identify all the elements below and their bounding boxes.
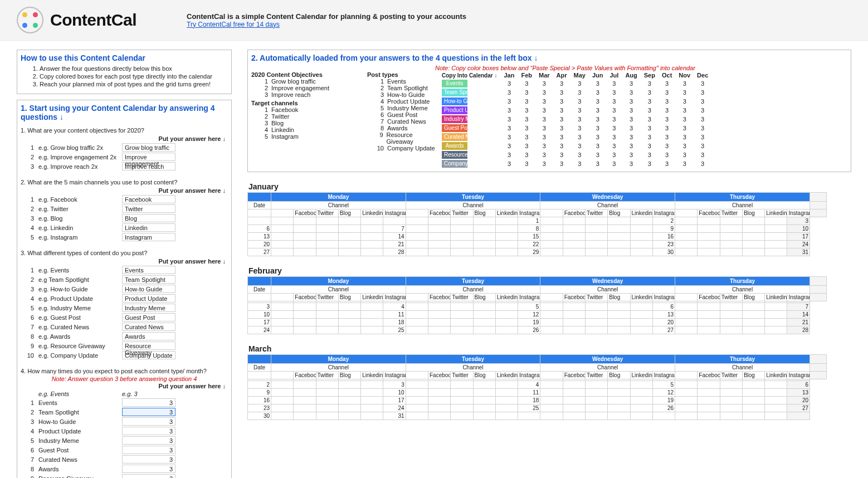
overview-cell[interactable]: 3 xyxy=(589,115,607,124)
calendar-cell[interactable] xyxy=(675,389,698,397)
overview-cell[interactable]: 3 xyxy=(518,115,535,124)
calendar-cell[interactable] xyxy=(540,303,563,311)
overview-cell[interactable]: 3 xyxy=(500,106,518,115)
overview-cell[interactable]: 3 xyxy=(641,133,659,142)
calendar-cell[interactable] xyxy=(698,319,720,326)
overview-cell[interactable]: 3 xyxy=(675,115,694,124)
calendar-cell[interactable] xyxy=(451,397,473,404)
overview-cell[interactable]: 3 xyxy=(570,115,589,124)
overview-cell[interactable]: 3 xyxy=(641,159,659,168)
date-cell[interactable]: 17 xyxy=(248,319,271,326)
calendar-cell[interactable] xyxy=(675,241,698,248)
calendar-cell[interactable] xyxy=(451,311,473,319)
overview-cell[interactable]: 3 xyxy=(500,79,518,88)
calendar-cell[interactable] xyxy=(630,389,652,397)
calendar-cell[interactable] xyxy=(720,225,742,233)
answer-input[interactable]: Improve reach xyxy=(122,162,175,170)
overview-cell[interactable]: 3 xyxy=(659,124,675,133)
overview-cell[interactable]: 3 xyxy=(570,124,589,133)
calendar-cell[interactable] xyxy=(563,217,585,225)
date-cell[interactable]: 19 xyxy=(652,397,675,404)
date-cell[interactable]: 18 xyxy=(383,319,406,326)
calendar-cell[interactable] xyxy=(765,311,787,319)
calendar-cell[interactable] xyxy=(630,311,652,319)
overview-cell[interactable]: 3 xyxy=(641,150,659,159)
calendar-cell[interactable] xyxy=(720,397,742,404)
date-cell[interactable]: 11 xyxy=(518,389,540,397)
overview-cell[interactable]: 3 xyxy=(659,159,675,168)
calendar-cell[interactable] xyxy=(675,217,698,225)
calendar-cell[interactable] xyxy=(608,397,630,404)
overview-cell[interactable]: 3 xyxy=(694,106,711,115)
answer-input[interactable]: Awards xyxy=(122,332,175,340)
date-cell[interactable]: 23 xyxy=(652,241,675,248)
answer-input[interactable]: 3 xyxy=(122,408,175,416)
date-cell[interactable]: 3 xyxy=(383,381,406,389)
calendar-cell[interactable] xyxy=(675,412,698,420)
answer-input[interactable]: 3 xyxy=(122,465,175,473)
calendar-cell[interactable] xyxy=(495,389,518,397)
calendar-cell[interactable] xyxy=(428,326,450,334)
date-cell[interactable] xyxy=(518,412,540,420)
date-cell[interactable]: 26 xyxy=(518,326,540,334)
calendar-cell[interactable] xyxy=(271,412,294,420)
overview-cell[interactable]: 3 xyxy=(535,88,553,97)
calendar-cell[interactable] xyxy=(630,217,652,225)
calendar-cell[interactable] xyxy=(451,303,473,311)
calendar-cell[interactable] xyxy=(765,381,787,389)
calendar-cell[interactable] xyxy=(428,311,450,319)
calendar-cell[interactable] xyxy=(473,303,495,311)
calendar-cell[interactable] xyxy=(720,248,742,256)
date-cell[interactable]: 4 xyxy=(518,381,540,389)
overview-cell[interactable]: 3 xyxy=(622,106,640,115)
calendar-cell[interactable] xyxy=(765,389,787,397)
overview-cell[interactable]: 3 xyxy=(535,159,553,168)
calendar-cell[interactable] xyxy=(294,241,316,248)
date-cell[interactable]: 7 xyxy=(383,225,406,233)
calendar-cell[interactable] xyxy=(428,303,450,311)
date-cell[interactable]: 2 xyxy=(248,381,271,389)
calendar-cell[interactable] xyxy=(540,389,563,397)
overview-cell[interactable]: 3 xyxy=(518,79,535,88)
overview-cell[interactable]: 3 xyxy=(659,150,675,159)
calendar-cell[interactable] xyxy=(428,397,450,404)
color-chip[interactable]: Team Spotl xyxy=(442,89,467,96)
calendar-cell[interactable] xyxy=(765,248,787,256)
calendar-cell[interactable] xyxy=(361,381,383,389)
overview-cell[interactable]: 3 xyxy=(675,124,694,133)
date-cell[interactable]: 31 xyxy=(383,412,406,420)
overview-cell[interactable]: 3 xyxy=(500,150,518,159)
overview-cell[interactable]: 3 xyxy=(641,106,659,115)
date-cell[interactable]: 24 xyxy=(383,404,406,412)
overview-cell[interactable]: 3 xyxy=(570,88,589,97)
date-cell[interactable]: 20 xyxy=(248,241,271,248)
overview-cell[interactable]: 3 xyxy=(622,142,640,150)
calendar-cell[interactable] xyxy=(585,303,607,311)
overview-cell[interactable]: 3 xyxy=(500,115,518,124)
calendar-cell[interactable] xyxy=(428,319,450,326)
overview-cell[interactable]: 3 xyxy=(694,79,711,88)
overview-cell[interactable]: 3 xyxy=(675,133,694,142)
color-chip[interactable]: Product Upd xyxy=(442,106,467,114)
calendar-cell[interactable] xyxy=(294,389,316,397)
overview-cell[interactable]: 3 xyxy=(570,97,589,106)
overview-cell[interactable]: 3 xyxy=(694,133,711,142)
date-cell[interactable]: 26 xyxy=(652,404,675,412)
overview-cell[interactable]: 3 xyxy=(694,115,711,124)
calendar-cell[interactable] xyxy=(473,326,495,334)
calendar-cell[interactable] xyxy=(316,303,338,311)
calendar-cell[interactable] xyxy=(271,397,294,404)
overview-cell[interactable]: 3 xyxy=(606,97,622,106)
calendar-cell[interactable] xyxy=(338,233,360,241)
overview-cell[interactable]: 3 xyxy=(659,97,675,106)
calendar-cell[interactable] xyxy=(316,319,338,326)
calendar-cell[interactable] xyxy=(720,381,742,389)
calendar-cell[interactable] xyxy=(720,319,742,326)
calendar-cell[interactable] xyxy=(361,389,383,397)
calendar-cell[interactable] xyxy=(698,389,720,397)
calendar-cell[interactable] xyxy=(495,404,518,412)
answer-input[interactable]: Events xyxy=(122,266,175,274)
calendar-cell[interactable] xyxy=(428,233,450,241)
calendar-cell[interactable] xyxy=(361,217,383,225)
answer-input[interactable]: How-to Guide xyxy=(122,285,175,293)
